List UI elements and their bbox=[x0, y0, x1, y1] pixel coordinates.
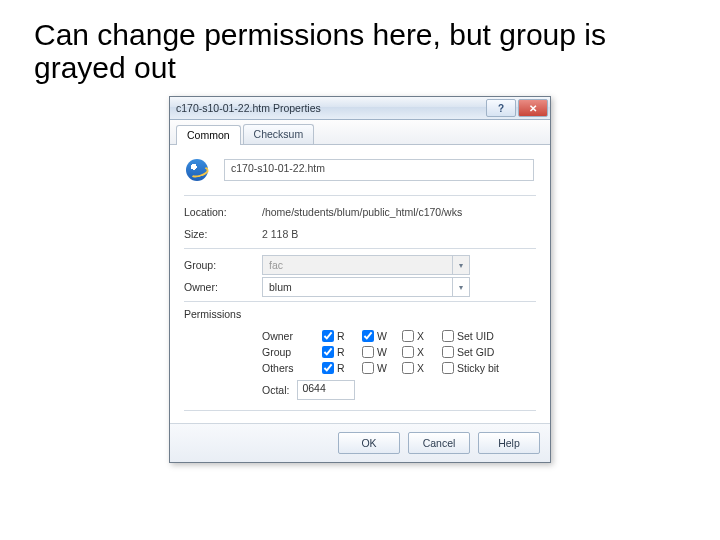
perm-group-x[interactable]: X bbox=[402, 346, 442, 358]
tab-bar: Common Checksum bbox=[170, 120, 550, 145]
slide-title: Can change permissions here, but group i… bbox=[34, 18, 700, 84]
file-type-icon bbox=[186, 159, 208, 181]
location-value: /home/students/blum/public_html/c170/wks bbox=[262, 206, 536, 218]
chevron-down-icon: ▾ bbox=[452, 256, 469, 274]
perm-sticky[interactable]: Sticky bit bbox=[442, 362, 512, 374]
owner-value: blum bbox=[269, 281, 452, 293]
perm-row-group: Group bbox=[262, 346, 322, 358]
perm-group-w[interactable]: W bbox=[362, 346, 402, 358]
perm-owner-w[interactable]: W bbox=[362, 330, 402, 342]
close-icon[interactable]: ✕ bbox=[518, 99, 548, 117]
perm-others-w[interactable]: W bbox=[362, 362, 402, 374]
window-title: c170-s10-01-22.htm Properties bbox=[176, 102, 484, 114]
size-value: 2 118 B bbox=[262, 228, 536, 240]
perm-setgid[interactable]: Set GID bbox=[442, 346, 512, 358]
permissions-grid: Owner R W X Set UID Group R W X Set GID … bbox=[262, 330, 536, 374]
tab-checksum[interactable]: Checksum bbox=[243, 124, 315, 144]
group-label: Group: bbox=[184, 259, 262, 271]
perm-row-others: Others bbox=[262, 362, 322, 374]
owner-label: Owner: bbox=[184, 281, 262, 293]
dialog-footer: OK Cancel Help bbox=[170, 423, 550, 462]
perm-row-owner: Owner bbox=[262, 330, 322, 342]
group-value: fac bbox=[269, 259, 452, 271]
octal-field[interactable]: 0644 bbox=[297, 380, 355, 400]
owner-combo[interactable]: blum ▾ bbox=[262, 277, 470, 297]
properties-dialog: c170-s10-01-22.htm Properties ? ✕ Common… bbox=[169, 96, 551, 463]
titlebar: c170-s10-01-22.htm Properties ? ✕ bbox=[170, 97, 550, 120]
perm-owner-x[interactable]: X bbox=[402, 330, 442, 342]
cancel-button[interactable]: Cancel bbox=[408, 432, 470, 454]
help-button[interactable]: Help bbox=[478, 432, 540, 454]
group-combo: fac ▾ bbox=[262, 255, 470, 275]
perm-setuid[interactable]: Set UID bbox=[442, 330, 512, 342]
panel-common: c170-s10-01-22.htm Location: /home/stude… bbox=[170, 145, 550, 423]
file-name-field[interactable]: c170-s10-01-22.htm bbox=[224, 159, 534, 181]
help-icon[interactable]: ? bbox=[486, 99, 516, 117]
perm-others-x[interactable]: X bbox=[402, 362, 442, 374]
perm-group-r[interactable]: R bbox=[322, 346, 362, 358]
perm-others-r[interactable]: R bbox=[322, 362, 362, 374]
permissions-label: Permissions bbox=[184, 308, 262, 320]
perm-owner-r[interactable]: R bbox=[322, 330, 362, 342]
ok-button[interactable]: OK bbox=[338, 432, 400, 454]
location-label: Location: bbox=[184, 206, 262, 218]
chevron-down-icon[interactable]: ▾ bbox=[452, 278, 469, 296]
size-label: Size: bbox=[184, 228, 262, 240]
tab-common[interactable]: Common bbox=[176, 125, 241, 145]
octal-label: Octal: bbox=[262, 384, 289, 396]
